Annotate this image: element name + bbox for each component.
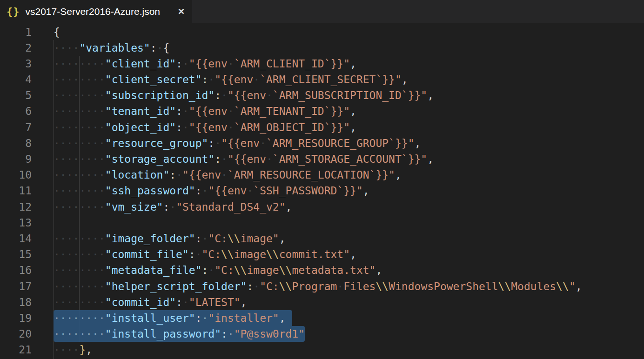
code-token: "helper_script_folder" bbox=[105, 280, 247, 293]
code-token: : bbox=[163, 201, 169, 213]
code-line[interactable]: 1{ bbox=[0, 24, 644, 40]
code-token: `SSH_PASSWORD`}}" bbox=[253, 185, 362, 197]
code-token: , bbox=[350, 105, 356, 117]
code-line-content: ········"subscription_id":·"{{env·`ARM_S… bbox=[54, 87, 434, 103]
whitespace-dots: · bbox=[337, 280, 343, 293]
whitespace-dots: · bbox=[253, 280, 260, 293]
code-token: , bbox=[363, 185, 369, 197]
code-line[interactable]: 3········"client_id":·"{{env·`ARM_CLIENT… bbox=[0, 56, 644, 72]
code-line-content: { bbox=[54, 24, 60, 40]
code-line[interactable]: 19········"install_user":·"installer", bbox=[0, 310, 644, 326]
whitespace-dots: ········ bbox=[54, 137, 105, 149]
code-token: \\ bbox=[498, 280, 511, 293]
code-token: "{{env bbox=[215, 73, 253, 86]
code-token: : bbox=[195, 233, 202, 245]
code-line[interactable]: 4········"client_secret":·"{{env·`ARM_CL… bbox=[0, 72, 644, 87]
tab-bar: {} vs2017-Server2016-Azure.json ✕ bbox=[0, 0, 644, 23]
line-number: 17 bbox=[0, 279, 32, 294]
code-token: "install_password" bbox=[105, 328, 221, 340]
whitespace-dots: · bbox=[228, 105, 234, 117]
code-token: , bbox=[427, 89, 434, 101]
code-token: "{{env bbox=[221, 137, 260, 149]
whitespace-dots: · bbox=[266, 89, 273, 101]
code-token: "{{env bbox=[228, 153, 266, 165]
code-token: "{{env bbox=[182, 169, 221, 181]
code-token: `ARM_TENANT_ID`}}" bbox=[234, 105, 350, 117]
whitespace-dots: ········ bbox=[54, 153, 105, 165]
code-token: , bbox=[576, 280, 582, 293]
whitespace-dots: · bbox=[202, 312, 208, 324]
code-line[interactable]: 17········"helper_script_folder":·"C:\\P… bbox=[0, 279, 644, 294]
code-line[interactable]: 11········"ssh_password":·"{{env·`SSH_PA… bbox=[0, 183, 644, 199]
selection-highlight: ········"install_user":·"installer", bbox=[54, 310, 292, 326]
whitespace-dots: · bbox=[195, 248, 202, 260]
whitespace-dots: ········ bbox=[54, 264, 105, 276]
code-editor[interactable]: 1{2····"variables":·{3········"client_id… bbox=[0, 23, 644, 359]
code-token: : bbox=[195, 312, 202, 324]
whitespace-dots: · bbox=[247, 185, 253, 197]
code-line[interactable]: 7········"object_id":·"{{env·`ARM_OBJECT… bbox=[0, 120, 644, 135]
whitespace-dots: · bbox=[182, 296, 189, 308]
code-token: "tenant_id" bbox=[105, 105, 176, 117]
code-line-content: ········"storage_account":·"{{env·`ARM_S… bbox=[54, 151, 434, 167]
code-token: "C: bbox=[215, 264, 234, 276]
code-token: "vm_size" bbox=[105, 201, 163, 213]
code-line[interactable]: 15········"commit_file":·"C:\\image\\com… bbox=[0, 246, 644, 262]
code-line[interactable]: 6········"tenant_id":·"{{env·`ARM_TENANT… bbox=[0, 103, 644, 119]
line-number: 14 bbox=[0, 231, 32, 246]
code-token: , bbox=[241, 296, 247, 308]
code-line[interactable]: 8········"resource_group":·"{{env·`ARM_R… bbox=[0, 135, 644, 151]
line-number: 2 bbox=[0, 40, 32, 56]
code-token: `ARM_RESOURCE_GROUP`}}" bbox=[266, 137, 415, 149]
code-token: \\ bbox=[228, 233, 241, 245]
code-token: \\ bbox=[376, 280, 389, 293]
whitespace-dots: ···· bbox=[54, 344, 79, 356]
code-token: "image_folder" bbox=[105, 233, 195, 245]
line-number: 10 bbox=[0, 167, 32, 183]
code-token: "Standard_DS4_v2" bbox=[176, 201, 285, 213]
code-token: " bbox=[569, 280, 576, 293]
whitespace-dots: · bbox=[169, 201, 176, 213]
code-line[interactable]: 20········"install_password":·"P@ssw0rd1… bbox=[0, 326, 644, 342]
whitespace-dots: · bbox=[182, 121, 189, 133]
code-line[interactable]: 10········"location":·"{{env·`ARM_RESOUR… bbox=[0, 167, 644, 183]
whitespace-dots: · bbox=[182, 105, 189, 117]
code-token: : bbox=[176, 121, 182, 133]
code-token: "metadata_file" bbox=[105, 264, 202, 276]
whitespace-dots: · bbox=[228, 328, 234, 340]
line-number: 6 bbox=[0, 103, 32, 119]
whitespace-dots: ········ bbox=[54, 73, 105, 86]
code-line-content: ········"client_id":·"{{env·`ARM_CLIENT_… bbox=[54, 56, 356, 72]
code-token: `ARM_SUBSCRIPTION_ID`}}" bbox=[273, 89, 427, 101]
code-token: : bbox=[221, 328, 228, 340]
line-number: 8 bbox=[0, 135, 32, 151]
code-token: , bbox=[415, 137, 421, 149]
code-token: "LATEST" bbox=[189, 296, 241, 308]
code-token: } bbox=[79, 344, 86, 356]
whitespace-dots: ········ bbox=[54, 89, 105, 101]
code-line[interactable]: 21····}, bbox=[0, 342, 644, 358]
whitespace-dots: · bbox=[228, 58, 234, 70]
whitespace-dots: · bbox=[260, 137, 266, 149]
code-line[interactable]: 18········"commit_id":·"LATEST", bbox=[0, 294, 644, 310]
line-number: 11 bbox=[0, 183, 32, 199]
code-token: Modules bbox=[511, 280, 556, 293]
code-line-content: ····"variables":·{ bbox=[54, 40, 169, 56]
code-token: `ARM_STORAGE_ACCOUNT`}}" bbox=[273, 153, 427, 165]
close-icon[interactable]: ✕ bbox=[178, 7, 185, 16]
code-line[interactable]: 5········"subscription_id":·"{{env·`ARM_… bbox=[0, 87, 644, 103]
tab-vs2017-server2016-azure-json[interactable]: {} vs2017-Server2016-Azure.json ✕ bbox=[0, 0, 192, 23]
code-token: "variables" bbox=[79, 42, 150, 54]
code-line[interactable]: 9········"storage_account":·"{{env·`ARM_… bbox=[0, 151, 644, 167]
code-line[interactable]: 16········"metadata_file":·"C:\\image\\m… bbox=[0, 262, 644, 278]
code-line[interactable]: 12········"vm_size":·"Standard_DS4_v2", bbox=[0, 199, 644, 215]
code-line-content: ········"vm_size":·"Standard_DS4_v2", bbox=[54, 199, 292, 215]
code-line[interactable]: 13 bbox=[0, 215, 644, 231]
code-line[interactable]: 2····"variables":·{ bbox=[0, 40, 644, 56]
code-line-content: ········"metadata_file":·"C:\\image\\met… bbox=[54, 262, 382, 278]
code-token: `ARM_CLIENT_SECRET`}}" bbox=[260, 73, 402, 86]
code-token: : bbox=[176, 58, 182, 70]
code-token: "client_id" bbox=[105, 58, 176, 70]
code-line-content: ········"ssh_password":·"{{env·`SSH_PASS… bbox=[54, 183, 369, 199]
code-line[interactable]: 14········"image_folder":·"C:\\image", bbox=[0, 231, 644, 246]
